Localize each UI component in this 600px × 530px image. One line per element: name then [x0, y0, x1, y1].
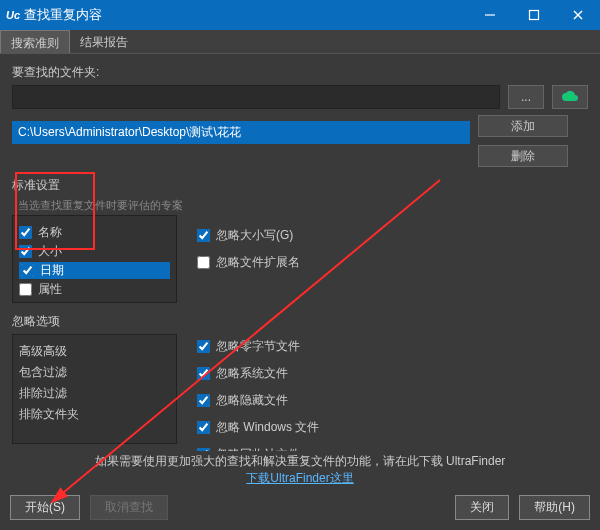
- close-button[interactable]: [556, 0, 600, 30]
- opt-hidden-label: 忽略隐藏文件: [216, 392, 288, 409]
- opt-ignore-ext-label: 忽略文件扩展名: [216, 254, 300, 271]
- tab-search-criteria[interactable]: 搜索准则: [0, 30, 70, 53]
- maximize-button[interactable]: [512, 0, 556, 30]
- ignore-label: 忽略选项: [12, 313, 588, 330]
- tab-result-report[interactable]: 结果报告: [70, 30, 138, 53]
- criteria-size-label: 大小: [38, 243, 62, 260]
- criteria-hint: 当选查找重复文件时要评估的专案: [18, 198, 588, 213]
- criteria-size-checkbox[interactable]: [19, 245, 32, 258]
- criteria-label: 标准设置: [12, 177, 588, 194]
- opt-system-checkbox[interactable]: [197, 367, 210, 380]
- opt-system-label: 忽略系统文件: [216, 365, 288, 382]
- promo-text: 如果需要使用更加强大的查找和解决重复文件的功能，请在此下载 UltraFinde…: [0, 451, 600, 489]
- start-button[interactable]: 开始(S): [10, 495, 80, 520]
- adv-advanced[interactable]: 高级高级: [19, 341, 170, 362]
- opt-ignore-ext[interactable]: 忽略文件扩展名: [197, 254, 300, 271]
- opt-zero-checkbox[interactable]: [197, 340, 210, 353]
- opt-ignore-case-label: 忽略大小写(G): [216, 227, 293, 244]
- window-title: 查找重复内容: [24, 6, 468, 24]
- cancel-search-button: 取消查找: [90, 495, 168, 520]
- criteria-attr[interactable]: 属性: [19, 281, 170, 298]
- browse-label: ...: [521, 90, 531, 104]
- svg-rect-1: [530, 11, 539, 20]
- minimize-button[interactable]: [468, 0, 512, 30]
- criteria-name-label: 名称: [38, 224, 62, 241]
- opt-zero-label: 忽略零字节文件: [216, 338, 300, 355]
- browse-button[interactable]: ...: [508, 85, 544, 109]
- criteria-date[interactable]: 日期: [19, 262, 170, 279]
- criteria-name[interactable]: 名称: [19, 224, 170, 241]
- opt-ignore-case-checkbox[interactable]: [197, 229, 210, 242]
- opt-hidden[interactable]: 忽略隐藏文件: [197, 392, 319, 409]
- advanced-panel: 高级高级 包含过滤 排除过滤 排除文件夹: [12, 334, 177, 444]
- opt-windows-checkbox[interactable]: [197, 421, 210, 434]
- opt-windows[interactable]: 忽略 Windows 文件: [197, 419, 319, 436]
- close-dialog-button[interactable]: 关闭: [455, 495, 509, 520]
- opt-system[interactable]: 忽略系统文件: [197, 365, 319, 382]
- opt-ignore-case[interactable]: 忽略大小写(G): [197, 227, 300, 244]
- criteria-size[interactable]: 大小: [19, 243, 170, 260]
- remove-button[interactable]: 删除: [478, 145, 568, 167]
- folder-path-input[interactable]: [12, 85, 500, 109]
- add-button[interactable]: 添加: [478, 115, 568, 137]
- adv-exclude-folder[interactable]: 排除文件夹: [19, 404, 170, 425]
- criteria-attr-checkbox[interactable]: [19, 283, 32, 296]
- opt-hidden-checkbox[interactable]: [197, 394, 210, 407]
- adv-exclude-filter[interactable]: 排除过滤: [19, 383, 170, 404]
- folders-label: 要查找的文件夹:: [12, 64, 588, 81]
- promo-link[interactable]: 下载UltraFinder这里: [246, 471, 353, 485]
- adv-include-filter[interactable]: 包含过滤: [19, 362, 170, 383]
- opt-windows-label: 忽略 Windows 文件: [216, 419, 319, 436]
- criteria-panel: 名称 大小 日期 属性: [12, 215, 177, 303]
- app-logo: Uc: [6, 9, 20, 21]
- cloud-button[interactable]: [552, 85, 588, 109]
- criteria-name-checkbox[interactable]: [19, 226, 32, 239]
- criteria-date-checkbox[interactable]: [21, 264, 34, 277]
- criteria-date-label: 日期: [40, 262, 64, 279]
- opt-zero[interactable]: 忽略零字节文件: [197, 338, 319, 355]
- promo-message: 如果需要使用更加强大的查找和解决重复文件的功能，请在此下载 UltraFinde…: [95, 454, 506, 468]
- tab-bar: 搜索准则 结果报告: [0, 30, 600, 54]
- selected-path[interactable]: C:\Users\Administrator\Desktop\测试\花花: [12, 121, 470, 144]
- footer: 如果需要使用更加强大的查找和解决重复文件的功能，请在此下载 UltraFinde…: [0, 451, 600, 530]
- titlebar: Uc 查找重复内容: [0, 0, 600, 30]
- opt-ignore-ext-checkbox[interactable]: [197, 256, 210, 269]
- criteria-attr-label: 属性: [38, 281, 62, 298]
- criteria-options: 忽略大小写(G) 忽略文件扩展名: [197, 215, 300, 303]
- help-button[interactable]: 帮助(H): [519, 495, 590, 520]
